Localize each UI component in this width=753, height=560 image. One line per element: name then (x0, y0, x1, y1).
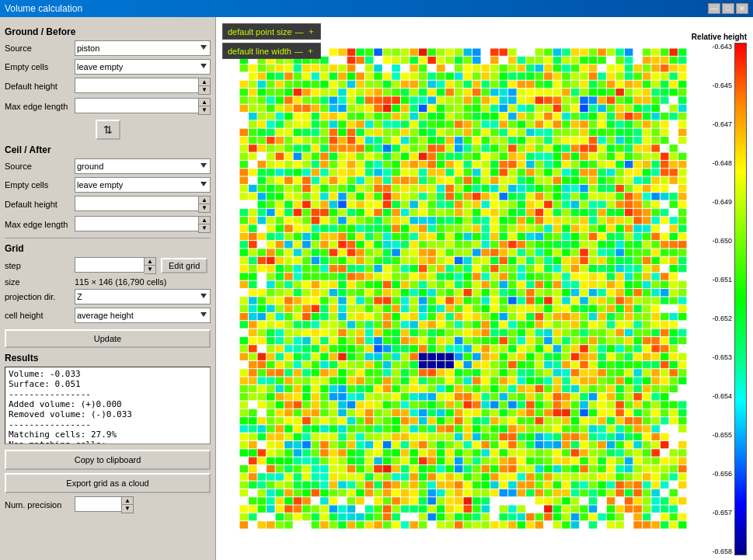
swap-btn-row: ⇅ (5, 120, 211, 140)
ground-max-edge-down[interactable]: ▼ (199, 106, 210, 114)
ground-default-height-down[interactable]: ▼ (199, 86, 210, 94)
color-scale-label: -0.650 (712, 237, 732, 245)
ceil-source-select[interactable]: ground piston (75, 158, 211, 174)
ceil-default-height-row: Default height 23.000000 ▲ ▼ (5, 196, 211, 213)
right-panel: default point size — ＋ default line widt… (216, 17, 753, 560)
grid-size-value: 115 × 146 (16,790 cells) (75, 277, 166, 287)
ground-default-height-up[interactable]: ▲ (199, 78, 210, 86)
ground-max-edge-input[interactable]: 0.000000 (75, 98, 198, 113)
results-textarea[interactable]: Volume: -0.033 Surface: 0.051 ----------… (5, 367, 211, 444)
divider-grid (5, 238, 211, 238)
grid-cell-height-row: cell height average height min height ma… (5, 308, 211, 323)
num-precision-spinner-btns: ▲ ▼ (121, 496, 134, 513)
line-width-label: default line width (228, 47, 291, 56)
edit-grid-button[interactable]: Edit grid (161, 258, 207, 273)
ground-max-edge-up[interactable]: ▲ (199, 99, 210, 106)
ceil-empty-cells-row: Empty cells leave empty interpolate (5, 177, 211, 193)
color-scale-label: -0.648 (712, 159, 732, 167)
ceil-max-edge-spinner: 0.000000 ▲ ▼ (75, 216, 211, 233)
color-scale-labels: -0.643-0.645-0.647-0.648-0.649-0.650-0.6… (712, 43, 732, 555)
ground-max-edge-spinner: 0.000000 ▲ ▼ (75, 98, 211, 115)
ceil-max-edge-spinner-btns: ▲ ▼ (198, 216, 211, 233)
grid-step-input[interactable]: 0.003400 (75, 257, 145, 273)
grid-step-row: step 0.003400 ▲ ▼ Edit grid (5, 257, 211, 274)
color-scale: Relative height -0.643-0.645-0.647-0.648… (719, 33, 747, 555)
title-bar-buttons: — □ ✕ (708, 3, 748, 14)
grid-step-spinner: 0.003400 ▲ ▼ (75, 257, 156, 274)
grid-step-spinner-btns: ▲ ▼ (145, 257, 156, 274)
grid-section-label: Grid (5, 243, 211, 254)
ceil-default-height-input[interactable]: 23.000000 (75, 196, 198, 211)
num-precision-up[interactable]: ▲ (122, 497, 133, 505)
close-button[interactable]: ✕ (736, 3, 748, 14)
ground-default-height-label: Default height (5, 82, 75, 91)
grid-cell-height-label: cell height (5, 311, 75, 320)
point-size-plus-icon[interactable]: ＋ (307, 26, 315, 37)
ground-empty-cells-select[interactable]: leave empty interpolate (75, 59, 211, 75)
num-precision-row: Num. precision 3 ▲ ▼ (5, 496, 211, 513)
results-section-label: Results (5, 353, 211, 363)
grid-cell-height-select[interactable]: average height min height max height (75, 308, 211, 323)
num-precision-input[interactable]: 3 (75, 496, 121, 512)
ceil-source-label: Source (5, 162, 75, 171)
ground-default-height-spinner: 10.000000 ▲ ▼ (75, 78, 211, 95)
main-container: Ground / Before Source piston ground Emp… (0, 17, 753, 560)
ground-max-edge-row: Max edge length 0.000000 ▲ ▼ (5, 98, 211, 115)
color-scale-label: -0.649 (712, 198, 732, 206)
ground-source-label: Source (5, 43, 75, 53)
ceil-after-section-label: Ceil / After (5, 144, 211, 155)
ground-default-height-input[interactable]: 10.000000 (75, 78, 198, 93)
ceil-max-edge-row: Max edge length 0.000000 ▲ ▼ (5, 216, 211, 233)
grid-step-down[interactable]: ▼ (145, 266, 155, 273)
ground-max-edge-spinner-btns: ▲ ▼ (198, 98, 211, 115)
ceil-default-height-down[interactable]: ▼ (199, 204, 210, 212)
color-scale-label: -0.658 (712, 548, 732, 555)
color-scale-label: -0.653 (712, 353, 732, 361)
ceil-default-height-spinner-btns: ▲ ▼ (198, 196, 211, 213)
color-scale-label: -0.656 (712, 470, 732, 478)
ground-before-section-label: Ground / Before (5, 26, 211, 37)
color-scale-bar-container: -0.643-0.645-0.647-0.648-0.649-0.650-0.6… (712, 43, 747, 555)
line-width-button[interactable]: default line width — ＋ (222, 43, 321, 59)
point-size-button[interactable]: default point size — ＋ (222, 23, 321, 40)
num-precision-down[interactable]: ▼ (122, 505, 133, 513)
grid-visualization (216, 17, 710, 560)
num-precision-label: Num. precision (5, 500, 75, 510)
ceil-max-edge-up[interactable]: ▲ (199, 217, 210, 224)
export-grid-button[interactable]: Export grid as a cloud (5, 473, 211, 493)
ground-max-edge-label: Max edge length (5, 102, 75, 111)
window-title: Volume calculation (5, 3, 82, 14)
ceil-default-height-spinner: 23.000000 ▲ ▼ (75, 196, 211, 213)
point-size-minus-icon[interactable]: — (295, 27, 304, 37)
color-scale-label: -0.654 (712, 392, 732, 400)
color-scale-label: -0.647 (712, 120, 732, 128)
grid-proj-dir-row: projection dir. Z X Y (5, 289, 211, 304)
color-scale-label: -0.643 (712, 43, 732, 50)
viz-toolbar: default point size — ＋ default line widt… (222, 23, 321, 59)
color-scale-bar (734, 43, 747, 555)
ground-source-select[interactable]: piston ground (75, 40, 211, 56)
ceil-default-height-up[interactable]: ▲ (199, 197, 210, 204)
minimize-button[interactable]: — (708, 3, 720, 14)
ground-empty-cells-row: Empty cells leave empty interpolate (5, 59, 211, 75)
color-scale-title: Relative height (692, 33, 747, 41)
ceil-max-edge-input[interactable]: 0.000000 (75, 216, 198, 231)
color-scale-label: -0.652 (712, 315, 732, 322)
ceil-default-height-label: Default height (5, 200, 75, 209)
color-scale-label: -0.645 (712, 82, 732, 89)
update-button[interactable]: Update (5, 329, 211, 348)
grid-step-up[interactable]: ▲ (145, 258, 155, 266)
grid-step-label: step (5, 261, 75, 270)
grid-proj-dir-label: projection dir. (5, 292, 75, 301)
line-width-plus-icon[interactable]: ＋ (306, 45, 315, 57)
swap-button[interactable]: ⇅ (96, 120, 120, 140)
copy-to-clipboard-button[interactable]: Copy to clipboard (5, 450, 211, 470)
ceil-source-row: Source ground piston (5, 158, 211, 174)
line-width-minus-icon[interactable]: — (295, 47, 303, 56)
point-size-label: default point size (228, 27, 292, 37)
ceil-empty-cells-select[interactable]: leave empty interpolate (75, 177, 211, 193)
maximize-button[interactable]: □ (722, 3, 734, 14)
color-scale-label: -0.655 (712, 431, 732, 439)
ceil-max-edge-down[interactable]: ▼ (199, 224, 210, 232)
grid-proj-dir-select[interactable]: Z X Y (75, 289, 211, 304)
